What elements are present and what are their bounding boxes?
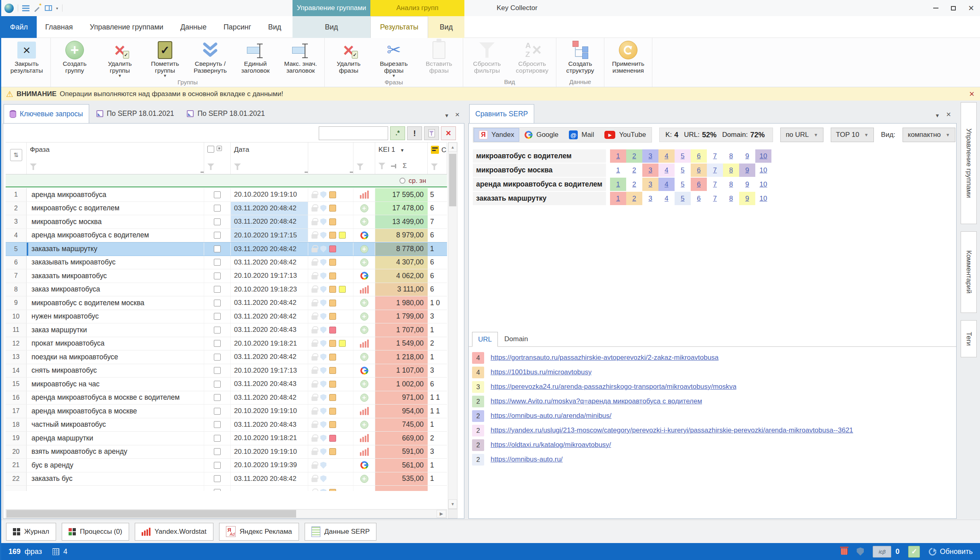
row-checkbox-cell[interactable] [204, 202, 231, 215]
table-row[interactable]: 12 прокат микроавтобуса 20.10.2020 19:18… [6, 337, 447, 351]
layers-icon[interactable] [22, 5, 29, 11]
refresh-button[interactable]: Обновить [929, 547, 973, 556]
table-row[interactable]: 5 заказать маршрутку 03.11.2020 20:48:42… [6, 242, 447, 256]
phrase-cell[interactable]: заказ микроавтобуса [27, 283, 204, 296]
serp-position-link[interactable]: 5 [681, 180, 684, 189]
table-row[interactable]: 6 заказывать микроавтобус 03.11.2020 20:… [6, 256, 447, 270]
dropdown-arrow-icon[interactable]: ▼ [400, 148, 405, 153]
pin-icon[interactable] [391, 163, 397, 169]
panel-dropdown-icon[interactable]: ▾ [445, 112, 448, 119]
phrase-cell[interactable]: нужен микроавтобус [27, 310, 204, 323]
phrase-cell[interactable]: заказывать микроавтобус [27, 256, 204, 269]
serp-position-link[interactable]: 1 [616, 195, 620, 203]
filter-funnel-icon[interactable] [234, 164, 241, 170]
url-link[interactable]: https://www.Avito.ru/moskva?q=аренда мик… [491, 397, 702, 405]
regex-filter-button[interactable]: .* [390, 126, 405, 140]
phrase-cell[interactable]: поездки на микроавтобусе [27, 350, 204, 364]
row-checkbox-cell[interactable] [204, 296, 231, 310]
header-cpc[interactable]: СРС [428, 143, 447, 174]
tab-4[interactable]: Вид [259, 16, 290, 38]
ribbon-button[interactable]: Макс. знач. заголовок [278, 39, 323, 74]
trash-icon[interactable] [841, 548, 848, 555]
filter-funnel-icon[interactable] [207, 164, 214, 170]
serp-position-link[interactable]: 8 [729, 195, 733, 203]
checkbox[interactable] [214, 340, 221, 347]
phrase-cell[interactable]: микроавтобус с водителем москва [27, 296, 204, 310]
checkbox[interactable] [214, 205, 221, 212]
checkbox[interactable] [214, 448, 221, 455]
phrase-cell[interactable]: микроавтобус москва [27, 215, 204, 229]
serp-position-link[interactable]: 7 [713, 195, 717, 203]
row-checkbox-cell[interactable] [204, 229, 231, 242]
serp-position-link[interactable]: 8 [729, 166, 733, 174]
ribbon-button[interactable]: ✂ Вырезать фразы ▼ [371, 39, 416, 78]
tab-0[interactable]: Главная [37, 16, 81, 38]
header-flags[interactable] [308, 143, 353, 174]
magic-wand-icon[interactable] [33, 4, 41, 12]
panel-dropdown-icon[interactable]: ▾ [936, 112, 939, 119]
serp-position-link[interactable]: 5 [681, 195, 684, 203]
phrase-cell[interactable]: заказать бус [27, 472, 204, 486]
row-checkbox-cell[interactable] [204, 350, 231, 364]
split-view-icon[interactable] [45, 5, 52, 11]
engine-google-button[interactable]: Google [520, 128, 563, 141]
bottom-tab-0[interactable]: Журнал [6, 523, 56, 541]
row-checkbox-cell[interactable] [204, 391, 231, 405]
vertical-scrollbar[interactable]: ▲ ▼ [448, 142, 458, 509]
ribbon-button[interactable]: ×✓ Удалить группы ▼ [97, 39, 142, 78]
serp-position-link[interactable]: 3 [648, 166, 652, 174]
panel-tab-0[interactable]: Ключевые запросы [4, 104, 89, 123]
row-checkbox-cell[interactable] [204, 256, 231, 269]
tab-file[interactable]: Файл [1, 16, 37, 38]
engine-youtube-button[interactable]: ▶YouTube [600, 128, 651, 141]
row-checkbox-cell[interactable] [204, 243, 231, 256]
header-checkbox[interactable] [204, 143, 231, 174]
horizontal-scrollbar[interactable]: ▶ [6, 509, 447, 518]
phrase-cell[interactable]: микроавтобус на час [27, 378, 204, 391]
table-row[interactable]: 11 заказ маршрутки 03.11.2020 20:48:43 +… [6, 323, 447, 337]
side-tab-1[interactable]: Комментарий [961, 231, 977, 313]
tab-2[interactable]: Данные [172, 16, 215, 38]
serp-position-link[interactable]: 9 [745, 180, 749, 189]
serp-position-link[interactable]: 6 [697, 152, 700, 160]
context-tab-1[interactable]: Результаты [370, 16, 428, 38]
row-checkbox-cell[interactable] [204, 283, 231, 296]
side-tab-0[interactable]: Управление группами [961, 102, 977, 224]
url-link[interactable]: https://1001bus.ru/microavtobusy [491, 368, 591, 376]
filter-funnel-icon[interactable] [431, 164, 438, 170]
serp-position-link[interactable]: 2 [632, 166, 636, 174]
serp-position-link[interactable]: 4 [664, 195, 668, 203]
panel-tab-1[interactable]: По SERP 18.01.2021 [91, 104, 180, 123]
phrase-cell[interactable]: аренда микроавтобуса в москве [27, 405, 204, 418]
url-link[interactable]: https://gortransauto.ru/passazhirskie-av… [491, 354, 719, 362]
table-row[interactable]: 18 частный микроавтобус 03.11.2020 20:48… [6, 418, 447, 432]
engine-yandex-button[interactable]: ЯYandex [474, 128, 519, 141]
context-tab-0[interactable]: Вид [293, 16, 370, 38]
serp-position-link[interactable]: 3 [648, 180, 652, 189]
row-checkbox-cell[interactable] [204, 445, 231, 459]
serp-position-link[interactable]: 1 [616, 166, 620, 174]
phrase-cell[interactable]: прокат микроавтобуса [27, 337, 204, 350]
phrase-cell[interactable]: взять микроавтобус в аренду [27, 445, 204, 459]
sort-icon[interactable]: ⇅ [10, 149, 22, 161]
serp-position-link[interactable]: 10 [760, 152, 767, 160]
checkbox[interactable] [214, 475, 221, 482]
header-kei[interactable]: KEI 1▼ Σ [375, 143, 428, 174]
minimize-button[interactable] [927, 0, 944, 16]
checkbox[interactable] [214, 313, 221, 320]
row-checkbox-cell[interactable] [204, 472, 231, 486]
checkbox[interactable] [214, 327, 221, 333]
checkbox[interactable] [214, 273, 221, 279]
filter-doc-button[interactable] [424, 126, 439, 140]
serp-position-link[interactable]: 8 [729, 180, 733, 189]
sum-icon[interactable]: Σ [403, 162, 407, 170]
exact-filter-button[interactable]: ! [407, 126, 422, 140]
checkbox[interactable] [214, 408, 221, 415]
context-tab-2[interactable]: Вид [428, 16, 464, 38]
ribbon-button[interactable]: Единый заголовок [233, 39, 278, 74]
ribbon-button[interactable]: × Закрыть результаты [4, 39, 49, 74]
ribbon-button[interactable]: ✓ Пометить группы ▼ [142, 39, 188, 78]
shield-icon[interactable] [857, 547, 864, 556]
view-dropdown[interactable]: компактно▼ [903, 128, 955, 142]
table-row[interactable]: 4 аренда микроавтобуса с водителем 20.10… [6, 229, 447, 243]
